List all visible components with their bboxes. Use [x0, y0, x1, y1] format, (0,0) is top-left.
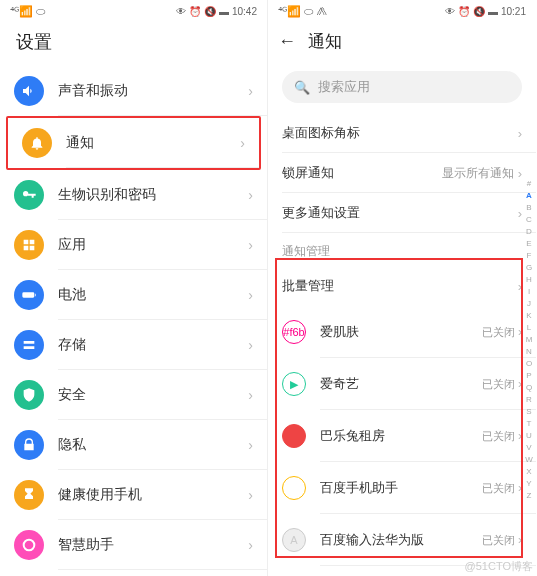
app-icon [282, 476, 306, 500]
az-letter[interactable]: N [524, 346, 534, 358]
app-status: 已关闭 [482, 481, 515, 496]
az-letter[interactable]: B [524, 202, 534, 214]
az-letter[interactable]: E [524, 238, 534, 250]
settings-row-grid[interactable]: 应用› [0, 220, 267, 270]
option-label: 锁屏通知 [282, 164, 442, 182]
search-placeholder: 搜索应用 [318, 78, 370, 96]
status-bar: ⁴ᴳ📶 ⬭ ⨇ 👁 ⏰ 🔇 ▬ 10:21 [268, 0, 536, 22]
app-row[interactable]: 巴乐兔租房已关闭› [268, 410, 536, 462]
option-row[interactable]: 桌面图标角标› [268, 113, 536, 153]
chevron-right-icon: › [248, 387, 253, 403]
az-letter[interactable]: S [524, 406, 534, 418]
chevron-right-icon: › [518, 377, 522, 391]
settings-row-shield[interactable]: 安全› [0, 370, 267, 420]
chevron-right-icon: › [518, 206, 522, 221]
chevron-right-icon: › [518, 429, 522, 443]
app-label: 爱奇艺 [320, 375, 482, 393]
grid-icon [14, 230, 44, 260]
page-title: 通知 [308, 30, 342, 53]
hourglass-icon [14, 480, 44, 510]
app-icon: #f6b [282, 320, 306, 344]
az-letter[interactable]: Q [524, 382, 534, 394]
settings-row-speaker[interactable]: 声音和振动› [0, 66, 267, 116]
settings-row-storage[interactable]: 存储› [0, 320, 267, 370]
key-icon [14, 180, 44, 210]
az-letter[interactable]: W [524, 454, 534, 466]
az-letter[interactable]: Y [524, 478, 534, 490]
status-battery-icon: ▬ [219, 6, 229, 17]
az-letter[interactable]: F [524, 250, 534, 262]
status-mute-icon: 🔇 [473, 6, 485, 17]
search-input[interactable]: 🔍 搜索应用 [282, 71, 522, 103]
az-letter[interactable]: L [524, 322, 534, 334]
az-letter[interactable]: G [524, 262, 534, 274]
az-letter[interactable]: I [524, 286, 534, 298]
app-row[interactable]: ▶爱奇艺已关闭› [268, 358, 536, 410]
back-button[interactable]: ← [278, 31, 296, 52]
chevron-right-icon: › [518, 279, 522, 294]
az-letter[interactable]: P [524, 370, 534, 382]
app-icon: ▶ [282, 372, 306, 396]
settings-row-label: 声音和振动 [58, 82, 248, 100]
status-battery-icon: ▬ [488, 6, 498, 17]
app-label: 巴乐兔租房 [320, 427, 482, 445]
option-row[interactable]: 锁屏通知显示所有通知› [268, 153, 536, 193]
az-letter[interactable]: X [524, 466, 534, 478]
option-value: 显示所有通知 [442, 165, 514, 182]
status-bar: ⁴ᴳ📶 ⬭ 👁 ⏰ 🔇 ▬ 10:42 [0, 0, 267, 22]
settings-row-circle-o[interactable]: 智慧助手› [0, 520, 267, 570]
settings-row-hourglass[interactable]: 健康使用手机› [0, 470, 267, 520]
chevron-right-icon: › [248, 337, 253, 353]
chevron-right-icon: › [518, 533, 522, 547]
az-letter[interactable]: M [524, 334, 534, 346]
az-letter[interactable]: C [524, 214, 534, 226]
az-letter[interactable]: Z [524, 490, 534, 502]
settings-row-label: 隐私 [58, 436, 248, 454]
app-row[interactable]: 百度手机助手已关闭› [268, 462, 536, 514]
settings-row-label: 生物识别和密码 [58, 186, 248, 204]
chevron-right-icon: › [240, 135, 245, 151]
az-letter[interactable]: K [524, 310, 534, 322]
chevron-right-icon: › [248, 187, 253, 203]
az-letter[interactable]: J [524, 298, 534, 310]
settings-row-label: 通知 [66, 134, 240, 152]
battery-icon [14, 280, 44, 310]
alphabet-index[interactable]: #ABCDEFGHIJKLMNOPQRSTUVWXYZ [524, 178, 534, 502]
chevron-right-icon: › [248, 437, 253, 453]
app-row[interactable]: #f6b爱肌肤已关闭› [268, 306, 536, 358]
chevron-right-icon: › [248, 537, 253, 553]
app-status: 已关闭 [482, 429, 515, 444]
settings-screen: ⁴ᴳ📶 ⬭ 👁 ⏰ 🔇 ▬ 10:42 设置 声音和振动›通知›生物识别和密码›… [0, 0, 268, 576]
option-row[interactable]: 更多通知设置› [268, 193, 536, 233]
az-letter[interactable]: # [524, 178, 534, 190]
az-letter[interactable]: A [524, 190, 534, 202]
settings-row-lock[interactable]: 隐私› [0, 420, 267, 470]
app-label: 爱肌肤 [320, 323, 482, 341]
settings-row-label: 应用 [58, 236, 248, 254]
chevron-right-icon: › [248, 487, 253, 503]
option-label: 更多通知设置 [282, 204, 514, 222]
status-time: 10:21 [501, 6, 526, 17]
settings-row-battery[interactable]: 电池› [0, 270, 267, 320]
az-letter[interactable]: U [524, 430, 534, 442]
chevron-right-icon: › [518, 325, 522, 339]
circle-o-icon [14, 530, 44, 560]
settings-row-accessibility[interactable]: 辅助功能› [0, 570, 267, 576]
az-letter[interactable]: H [524, 274, 534, 286]
chevron-right-icon: › [248, 83, 253, 99]
shield-icon [14, 380, 44, 410]
az-letter[interactable]: V [524, 442, 534, 454]
app-icon: A [282, 528, 306, 552]
chevron-right-icon: › [518, 166, 522, 181]
az-letter[interactable]: R [524, 394, 534, 406]
option-label: 桌面图标角标 [282, 124, 514, 142]
settings-row-label: 智慧助手 [58, 536, 248, 554]
az-letter[interactable]: O [524, 358, 534, 370]
az-letter[interactable]: T [524, 418, 534, 430]
settings-row-key[interactable]: 生物识别和密码› [0, 170, 267, 220]
batch-manage-row[interactable]: 批量管理 › [268, 266, 536, 306]
az-letter[interactable]: D [524, 226, 534, 238]
notifications-screen: ⁴ᴳ📶 ⬭ ⨇ 👁 ⏰ 🔇 ▬ 10:21 ← 通知 🔍 搜索应用 桌面图标角标… [268, 0, 536, 576]
app-label: 百度手机助手 [320, 479, 482, 497]
settings-row-bell[interactable]: 通知› [6, 116, 261, 170]
